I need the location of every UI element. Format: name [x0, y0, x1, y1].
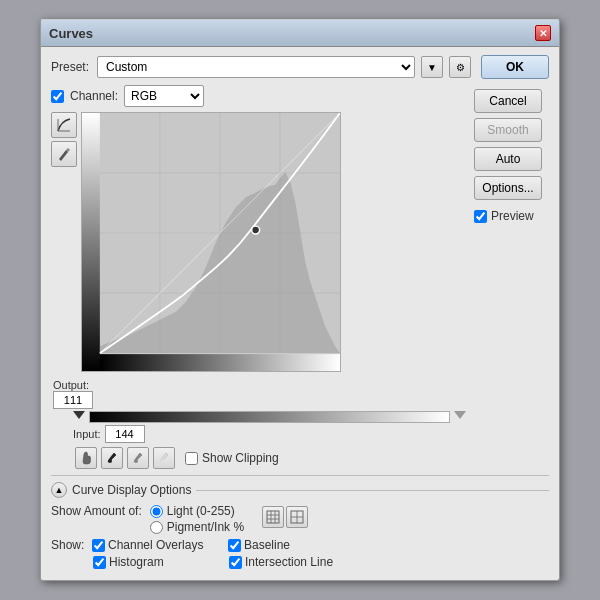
show-clipping-label: Show Clipping: [202, 451, 279, 465]
show-options: Show: Channel Overlays Baseline Histogra…: [51, 538, 549, 569]
pigment-radio[interactable]: [150, 521, 163, 534]
preview-label: Preview: [491, 209, 534, 223]
show-amount-row: Show Amount of: Light (0-255) Pigment/In…: [51, 504, 549, 534]
curve-graph: [81, 112, 341, 372]
baseline-checkbox[interactable]: [228, 539, 241, 552]
show-row-2: Histogram Intersection Line: [93, 555, 549, 569]
preview-row: Preview: [474, 209, 549, 223]
main-content: Channel: RGB: [51, 85, 549, 469]
curves-dialog: Curves ✕ Preset: Custom ▼ ⚙ OK Channel:: [40, 19, 560, 581]
section-toggle-button[interactable]: ▲: [51, 482, 67, 498]
cancel-button[interactable]: Cancel: [474, 89, 542, 113]
light-option-row: Light (0-255): [150, 504, 244, 518]
white-point-indicator[interactable]: [454, 411, 466, 423]
black-point-indicator[interactable]: [73, 411, 85, 423]
eyedropper-black-button[interactable]: [101, 447, 123, 469]
section-header: ▲ Curve Display Options: [51, 482, 549, 498]
channel-select[interactable]: RGB: [124, 85, 204, 107]
pigment-option-row: Pigment/Ink %: [150, 520, 244, 534]
curve-tool-button[interactable]: [51, 112, 77, 138]
show-label: Show:: [51, 538, 86, 552]
smooth-button[interactable]: Smooth: [474, 118, 542, 142]
dialog-title: Curves: [49, 26, 93, 41]
ok-button[interactable]: OK: [481, 55, 549, 79]
svg-point-13: [134, 459, 138, 463]
auto-button[interactable]: Auto: [474, 147, 542, 171]
left-panel: Channel: RGB: [51, 85, 466, 469]
show-clipping-checkbox[interactable]: [185, 452, 198, 465]
intersection-line-label: Intersection Line: [245, 555, 333, 569]
eyedropper-gray-button[interactable]: [127, 447, 149, 469]
preset-label: Preset:: [51, 60, 91, 74]
preset-row: Preset: Custom ▼ ⚙ OK: [51, 55, 549, 79]
preset-select[interactable]: Custom: [97, 56, 415, 78]
curve-options-section: ▲ Curve Display Options Show Amount of: …: [51, 482, 549, 569]
options-button[interactable]: Options...: [474, 176, 542, 200]
grid-large-button[interactable]: [286, 506, 308, 528]
channel-row: Channel: RGB: [51, 85, 466, 107]
dialog-body: Preset: Custom ▼ ⚙ OK Channel: RGB: [41, 47, 559, 580]
radio-options: Light (0-255) Pigment/Ink %: [150, 504, 244, 534]
show-clipping-row: Show Clipping: [185, 451, 279, 465]
output-label: Output:: [53, 379, 89, 391]
output-area: Output: 111: [53, 379, 466, 409]
section-line: [196, 490, 549, 491]
svg-point-14: [160, 459, 164, 463]
svg-point-12: [108, 459, 112, 463]
title-bar: Curves ✕: [41, 20, 559, 47]
svg-rect-15: [267, 511, 279, 523]
section-title: Curve Display Options: [72, 483, 191, 497]
preview-checkbox[interactable]: [474, 210, 487, 223]
light-radio[interactable]: [150, 505, 163, 518]
histogram-label: Histogram: [109, 555, 164, 569]
intersection-line-pair: Intersection Line: [229, 555, 359, 569]
channel-checkbox[interactable]: [51, 90, 64, 103]
channel-overlays-label: Channel Overlays: [108, 538, 203, 552]
show-row-1: Show: Channel Overlays Baseline: [51, 538, 549, 552]
preset-menu-button[interactable]: ▼: [421, 56, 443, 78]
input-field[interactable]: [105, 425, 145, 443]
grid-buttons: [262, 506, 308, 528]
channel-overlays-pair: Channel Overlays: [92, 538, 222, 552]
show-amount-label: Show Amount of:: [51, 504, 142, 518]
svg-point-10: [252, 226, 260, 234]
channel-overlays-checkbox[interactable]: [92, 539, 105, 552]
grid-small-button[interactable]: [262, 506, 284, 528]
close-button[interactable]: ✕: [535, 25, 551, 41]
pigment-label: Pigment/Ink %: [167, 520, 244, 534]
hand-tool-button[interactable]: [75, 447, 97, 469]
svg-rect-11: [100, 354, 340, 371]
histogram-pair: Histogram: [93, 555, 223, 569]
pencil-tool-button[interactable]: [51, 141, 77, 167]
channel-label: Channel:: [70, 89, 118, 103]
light-label: Light (0-255): [167, 504, 235, 518]
input-label: Input:: [73, 428, 101, 440]
histogram-checkbox[interactable]: [93, 556, 106, 569]
eyedropper-white-button[interactable]: [153, 447, 175, 469]
output-input[interactable]: 111: [53, 391, 93, 409]
separator: [51, 475, 549, 476]
baseline-pair: Baseline: [228, 538, 358, 552]
baseline-label: Baseline: [244, 538, 290, 552]
intersection-line-checkbox[interactable]: [229, 556, 242, 569]
input-row: Input:: [73, 425, 466, 443]
right-panel: Cancel Smooth Auto Options... Preview: [474, 85, 549, 469]
gradient-bar: [89, 411, 450, 423]
preset-action-button[interactable]: ⚙: [449, 56, 471, 78]
eyedropper-row: Show Clipping: [75, 447, 466, 469]
